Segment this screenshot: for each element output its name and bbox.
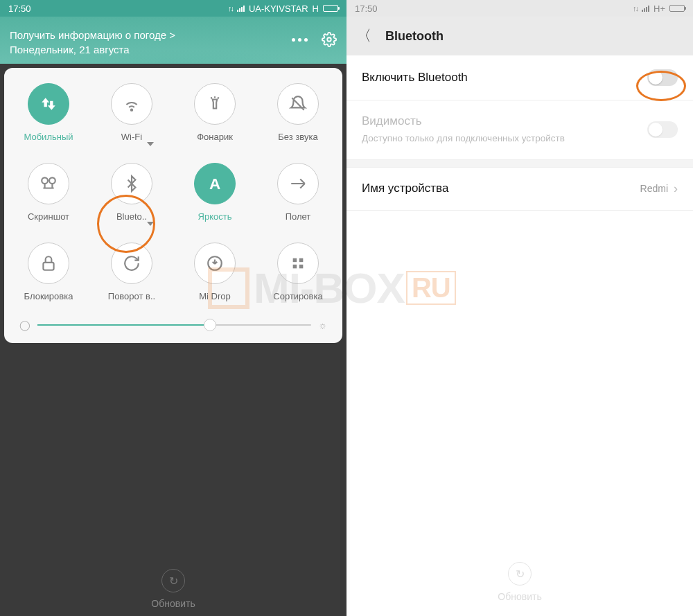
svg-text:A: A [209,175,220,193]
qs-tile-rotate[interactable]: Поворот в.. [90,234,173,310]
refresh-icon[interactable]: ↻ [161,569,185,592]
signal-icon [642,6,649,12]
qs-tile-airplane[interactable]: Полет [256,155,340,230]
data-icon [28,83,69,125]
wifi-icon [111,83,152,125]
refresh-label: Обновить [151,598,195,609]
network-label: H [313,3,319,14]
qs-tile-label: Mi Drop [199,291,231,301]
midrop-icon [194,243,236,284]
qs-header: Получить информацию о погоде > Понедельн… [0,17,346,64]
qs-tile-label: Поворот в.. [108,291,155,301]
status-bar: 17:50 ↑↓ H+ [346,0,693,17]
row-label: Имя устройства [362,182,448,195]
battery-icon [323,5,338,12]
qs-tile-label: Без звука [278,132,317,142]
svg-point-1 [131,109,132,111]
network-label: H+ [653,3,665,14]
row-label: Видимость [362,114,639,128]
qs-tile-wifi[interactable]: Wi-Fi [90,75,173,150]
svg-point-0 [327,37,331,42]
qs-tile-grid[interactable]: Сортировка [256,234,340,310]
airplane-icon [277,163,319,204]
refresh-section: ↻ Обновить [346,548,693,616]
settings-header: 〈 Bluetooth [346,17,693,55]
grid-icon [277,243,319,284]
svg-rect-8 [43,263,53,270]
row-label: Включить Bluetooth [362,71,468,85]
rotate-icon [111,243,152,284]
qs-tile-bluetooth[interactable]: Blueto.. [90,155,173,230]
more-icon[interactable] [292,38,308,42]
svg-rect-10 [293,258,297,263]
status-time: 17:50 [8,3,31,14]
qs-tile-label: Фонарик [197,132,233,142]
svg-rect-12 [293,265,297,269]
chevron-right-icon: › [674,182,678,196]
back-icon[interactable]: 〈 [356,26,371,46]
qs-tile-brightness-a[interactable]: AЯркость [173,155,256,230]
qs-tile-mute[interactable]: Без звука [256,75,340,150]
quick-settings-screen: 17:50 ↑↓ UA-KYIVSTAR H Получить информац… [0,0,346,616]
refresh-label: Обновить [498,591,541,602]
row-desc: Доступно только для подключенных устройс… [362,132,639,146]
screenshot-icon [28,163,69,204]
notification-area: ↻ Обновить [0,347,346,616]
qs-tile-label: Мобильный [24,132,73,142]
qs-tile-label: Скриншот [28,211,69,222]
flashlight-icon [194,83,236,125]
status-bar: 17:50 ↑↓ UA-KYIVSTAR H [0,0,346,17]
weather-link[interactable]: Получить информацию о погоде > [10,29,292,41]
qs-tile-lock[interactable]: Блокировка [7,234,90,310]
qs-tile-label: Wi-Fi [121,132,142,142]
row-value: Redmi [640,183,668,194]
svg-rect-11 [299,258,304,263]
qs-tile-midrop[interactable]: Mi Drop [173,234,256,310]
row-visibility: Видимость Доступно только для подключенн… [346,100,693,159]
bluetooth-settings-screen: 17:50 ↑↓ H+ 〈 Bluetooth Включить Bluetoo… [346,0,693,616]
qs-tile-data[interactable]: Мобильный [7,75,90,150]
bluetooth-icon [111,163,152,204]
data-traffic-icon: ↑↓ [228,4,233,12]
brightness-high-icon: ☼ [318,319,327,331]
svg-point-6 [49,177,55,184]
qs-tile-screenshot[interactable]: Скриншот [7,155,90,230]
brightness-slider[interactable]: ◯ ☼ [7,310,340,333]
status-time: 17:50 [355,3,378,14]
refresh-icon[interactable]: ↻ [508,562,532,586]
signal-icon [237,6,245,12]
visibility-toggle [647,121,678,138]
page-title: Bluetooth [385,29,444,44]
svg-rect-13 [299,265,304,269]
qs-tile-flashlight[interactable]: Фонарик [173,75,256,150]
battery-icon [669,5,685,12]
svg-line-3 [211,97,212,98]
bluetooth-toggle[interactable] [647,69,678,86]
qs-tile-label: Полет [286,211,311,222]
lock-icon [28,243,69,284]
qs-tile-label: Blueto.. [116,211,147,222]
data-traffic-icon: ↑↓ [633,4,638,12]
svg-point-5 [42,177,48,184]
qs-tile-label: Яркость [198,211,232,222]
qs-panel: МобильныйWi-FiФонарикБез звукаСкриншотBl… [4,68,342,343]
section-divider [346,159,693,168]
brightness-a-icon: A [194,163,236,204]
carrier-label: UA-KYIVSTAR [249,3,308,14]
mute-icon [277,83,319,125]
qs-tile-label: Сортировка [273,291,322,301]
brightness-low-icon: ◯ [19,319,30,331]
row-enable-bluetooth[interactable]: Включить Bluetooth [346,55,693,100]
svg-line-4 [218,97,218,98]
qs-tile-label: Блокировка [24,291,73,301]
row-device-name[interactable]: Имя устройства Redmi › [346,168,693,211]
